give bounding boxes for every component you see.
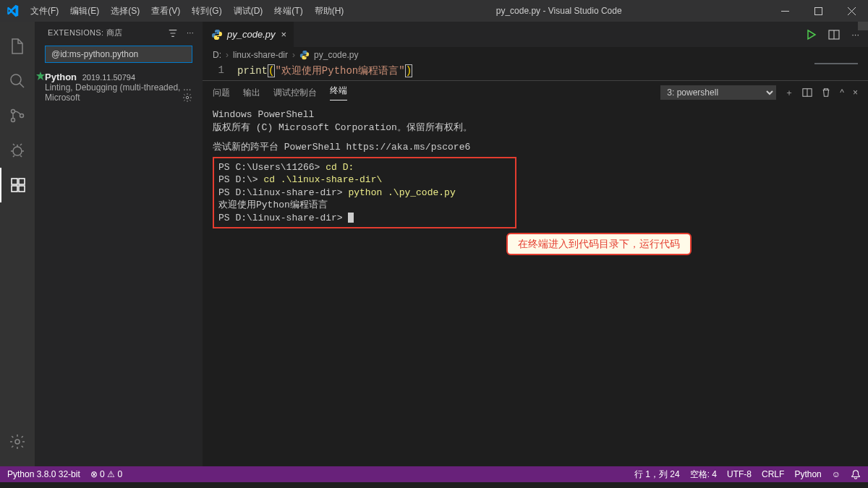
extension-version: 2019.11.50794 xyxy=(82,73,135,82)
code-editor[interactable]: 1 print("欢迎使用Python编程语言") xyxy=(203,63,868,77)
status-python-version[interactable]: Python 3.8.0 32-bit xyxy=(7,469,80,479)
debug-icon[interactable] xyxy=(0,133,35,168)
more-icon[interactable]: ··· xyxy=(187,28,194,38)
menu-file[interactable]: 文件(F) xyxy=(25,0,64,22)
editor-more-icon[interactable]: ··· xyxy=(851,29,859,40)
minimap[interactable] xyxy=(814,63,858,69)
window-controls xyxy=(768,0,868,22)
close-panel-icon[interactable]: × xyxy=(853,87,858,98)
vscode-logo-icon xyxy=(0,4,25,17)
terminal-output: 欢迎使用Python编程语言 xyxy=(218,199,511,212)
status-encoding[interactable]: UTF-8 xyxy=(727,469,752,479)
status-notifications-icon[interactable] xyxy=(851,469,861,479)
python-file-icon xyxy=(211,29,223,40)
status-bar: Python 3.8.0 32-bit ⊗ 0 ⚠ 0 行 1，列 24 空格:… xyxy=(0,466,868,482)
editor-tabs: py_code.py × ··· xyxy=(203,22,868,47)
editor-area: py_code.py × ··· D:› linux-share-dir› py… xyxy=(203,22,868,466)
breadcrumb[interactable]: D:› linux-share-dir› py_code.py xyxy=(203,47,868,63)
breadcrumb-file[interactable]: py_code.py xyxy=(314,50,358,60)
python-file-icon xyxy=(299,50,310,60)
annotation-callout: 在终端进入到代码目录下，运行代码 xyxy=(506,233,692,255)
svg-point-6 xyxy=(13,147,22,155)
terminal-line: Windows PowerShell xyxy=(213,108,858,121)
title-bar: 文件(F) 编辑(E) 选择(S) 查看(V) 转到(G) 调试(D) 终端(T… xyxy=(0,0,868,22)
extension-search-input[interactable]: @id:ms-python.python xyxy=(45,46,192,63)
maximize-button[interactable] xyxy=(801,0,835,22)
panel-tab-problems[interactable]: 问题 xyxy=(213,87,230,99)
menu-select[interactable]: 选择(S) xyxy=(105,0,145,22)
svg-rect-0 xyxy=(781,11,789,12)
terminal-prompt: PS D:\linux-share-dir> xyxy=(218,187,343,198)
svg-rect-10 xyxy=(19,179,25,184)
status-eol[interactable]: CRLF xyxy=(762,469,784,479)
terminal-line: 尝试新的跨平台 PowerShell https://aka.ms/pscore… xyxy=(213,141,858,154)
terminal-prompt: PS C:\Users\11266> xyxy=(218,162,320,173)
maximize-panel-icon[interactable]: ^ xyxy=(840,87,844,98)
svg-marker-12 xyxy=(36,72,45,80)
status-problems[interactable]: ⊗ 0 ⚠ 0 xyxy=(90,469,122,479)
window-title: py_code.py - Visual Studio Code xyxy=(349,6,768,16)
main-menu: 文件(F) 编辑(E) 选择(S) 查看(V) 转到(G) 调试(D) 终端(T… xyxy=(25,0,349,22)
code-token-function: print xyxy=(237,65,268,77)
svg-rect-7 xyxy=(12,179,17,184)
status-indentation[interactable]: 空格: 4 xyxy=(690,468,717,481)
activity-bar xyxy=(0,22,35,466)
terminal-prompt: PS D:\linux-share-dir> xyxy=(218,213,343,223)
filter-icon[interactable] xyxy=(168,28,178,38)
panel-tab-terminal[interactable]: 终端 xyxy=(330,85,347,100)
split-terminal-icon[interactable] xyxy=(802,87,812,98)
status-language[interactable]: Python xyxy=(794,469,821,479)
run-icon[interactable] xyxy=(805,29,817,40)
panel-tab-debug-console[interactable]: 调试控制台 xyxy=(273,87,317,99)
tab-py-code[interactable]: py_code.py × xyxy=(203,22,294,47)
line-number: 1 xyxy=(203,64,237,77)
extension-settings-icon[interactable] xyxy=(182,93,192,103)
terminal-line: 版权所有 (C) Microsoft Corporation。保留所有权利。 xyxy=(213,121,858,134)
explorer-icon[interactable] xyxy=(0,29,35,64)
terminal-command: cd .\linux-share-dir\ xyxy=(263,174,382,185)
terminal-cursor xyxy=(348,213,354,223)
extension-name: Python xyxy=(45,72,77,82)
svg-rect-8 xyxy=(12,186,17,192)
svg-rect-9 xyxy=(19,186,25,192)
menu-debug[interactable]: 调试(D) xyxy=(228,0,269,22)
terminal-command: cd D: xyxy=(326,162,354,173)
extension-item-python[interactable]: Python 2019.11.50794 Linting, Debugging … xyxy=(35,69,203,107)
status-feedback-icon[interactable]: ☺ xyxy=(832,469,841,479)
svg-point-2 xyxy=(11,74,21,85)
terminal-command: python .\py_code.py xyxy=(348,187,455,198)
breadcrumb-folder[interactable]: linux-share-dir xyxy=(233,50,288,60)
tab-label: py_code.py xyxy=(227,29,276,40)
new-terminal-icon[interactable]: ＋ xyxy=(785,87,793,99)
menu-goto[interactable]: 转到(G) xyxy=(186,0,227,22)
sidebar-title: EXTENSIONS: 商店 xyxy=(48,27,122,38)
panel-tab-output[interactable]: 输出 xyxy=(243,87,260,99)
menu-view[interactable]: 查看(V) xyxy=(145,0,186,22)
menu-help[interactable]: 帮助(H) xyxy=(309,0,350,22)
terminal-prompt: PS D:\> xyxy=(218,174,258,185)
minimize-button[interactable] xyxy=(768,0,801,22)
close-button[interactable] xyxy=(835,0,868,22)
status-cursor-position[interactable]: 行 1，列 24 xyxy=(634,468,680,481)
breadcrumb-root[interactable]: D: xyxy=(213,50,221,60)
svg-point-3 xyxy=(12,110,15,114)
menu-terminal[interactable]: 终端(T) xyxy=(268,0,308,22)
code-token-string: "欢迎使用Python编程语言" xyxy=(275,65,404,77)
menu-edit[interactable]: 编辑(E) xyxy=(64,0,105,22)
svg-point-5 xyxy=(20,114,24,118)
source-control-icon[interactable] xyxy=(0,98,35,133)
svg-rect-1 xyxy=(814,7,822,14)
search-icon[interactable] xyxy=(0,64,35,98)
scrollbar[interactable] xyxy=(858,22,868,30)
svg-point-4 xyxy=(12,119,15,122)
bottom-panel: 问题 输出 调试控制台 终端 3: powershell ＋ ^ × Windo… xyxy=(203,80,868,466)
terminal-selector[interactable]: 3: powershell xyxy=(660,85,776,100)
settings-gear-icon[interactable] xyxy=(0,424,35,459)
split-editor-icon[interactable] xyxy=(828,29,840,40)
kill-terminal-icon[interactable] xyxy=(821,87,831,98)
extension-publisher: Microsoft xyxy=(45,93,192,103)
extensions-icon[interactable] xyxy=(0,168,35,202)
terminal-content[interactable]: Windows PowerShell 版权所有 (C) Microsoft Co… xyxy=(203,104,868,228)
star-icon xyxy=(36,72,45,80)
tab-close-icon[interactable]: × xyxy=(281,29,287,40)
